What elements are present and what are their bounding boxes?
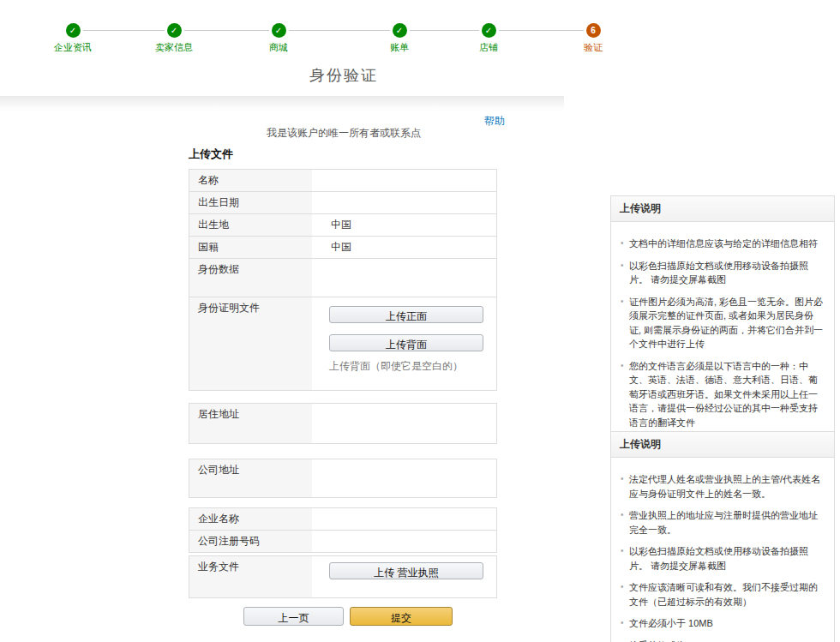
nationality-value[interactable]: 中国	[312, 237, 496, 258]
identity-data-value[interactable]	[312, 259, 496, 298]
birth-place-label: 出生地	[189, 214, 312, 236]
table-row: 名称	[189, 170, 496, 192]
stepper-step-label: 企业资讯	[34, 41, 111, 54]
company-address-value[interactable]	[312, 459, 496, 497]
instruction-item: 接受的格式为 *.png、*.tiff、*.tif、*.jpg、*.jpeg 和…	[620, 639, 824, 642]
stepper-step-label: 验证	[555, 41, 632, 54]
instruction-item: 法定代理人姓名或营业执照上的主管/代表姓名应与身份证明文件上的姓名一致。	[620, 472, 824, 501]
table-row: 出生地 中国	[189, 214, 496, 237]
submit-button[interactable]: 提交	[350, 607, 453, 626]
identity-data-label: 身份数据	[189, 259, 312, 298]
step-number-badge: 6	[586, 23, 601, 38]
table-row: 出生日期	[189, 192, 496, 214]
instruction-item: 证件图片必须为高清, 彩色且一览无余。图片必须展示完整的证件页面, 或者如果为居…	[620, 295, 824, 351]
birth-date-label: 出生日期	[189, 192, 312, 213]
panel-title: 上传说明	[611, 432, 834, 458]
business-document-content: 上传 营业执照	[312, 556, 496, 597]
panel-title: 上传说明	[611, 196, 834, 222]
previous-page-button[interactable]: 上一页	[243, 607, 344, 626]
stepper-step-label: 卖家信息	[135, 41, 213, 54]
instruction-item: 以彩色扫描原始文档或使用移动设备拍摄照片。 请勿提交屏幕截图	[620, 544, 824, 573]
stepper-step-label: 店铺	[450, 41, 527, 54]
name-label: 名称	[189, 170, 312, 191]
residence-address-label: 居住地址	[189, 404, 312, 443]
upload-back-note: 上传背面（即使它是空白的）	[329, 359, 496, 374]
personal-data-table: 名称 出生日期 出生地 中国 国籍 中国 身份数据	[189, 169, 497, 299]
upload-front-button[interactable]: 上传正面	[329, 306, 483, 323]
table-row: 身份数据	[189, 259, 496, 298]
instruction-item: 营业执照上的地址应与注册时提供的营业地址完全一致。	[620, 508, 824, 537]
company-info-table: 企业名称 公司注册号码	[189, 507, 497, 553]
business-document-label: 业务文件	[189, 556, 312, 597]
company-reg-number-label: 公司注册号码	[189, 531, 312, 552]
instruction-list: 法定代理人姓名或营业执照上的主管/代表姓名应与身份证明文件上的姓名一致。 营业执…	[620, 472, 824, 642]
registration-stepper: ✓ 企业资讯 ✓ 卖家信息 ✓ 商城 ✓ 账单 ✓ 店铺 6 验证	[0, 0, 840, 53]
check-icon: ✓	[393, 23, 407, 38]
name-value[interactable]	[312, 170, 496, 191]
owner-statement-text: 我是该账户的唯一所有者或联系点	[189, 126, 499, 141]
residence-address-value[interactable]	[312, 404, 496, 443]
page-title: 身份验证	[189, 65, 499, 86]
table-row: 企业名称	[189, 508, 496, 531]
identity-document-label: 身份证明文件	[189, 297, 312, 390]
identity-document-section: 身份证明文件 上传正面 上传背面 上传背面（即使它是空白的）	[189, 297, 497, 391]
instruction-item: 您的文件语言必须是以下语言中的一种：中文、英语、法语、德语、意大利语、日语、葡萄…	[620, 359, 824, 430]
stepper-step-label: 账单	[361, 41, 438, 54]
instruction-item: 文件应该清晰可读和有效。我们不接受过期的文件（已超过标示的有效期）	[620, 580, 824, 609]
upload-instructions-panel-business: 上传说明 法定代理人姓名或营业执照上的主管/代表姓名应与身份证明文件上的姓名一致…	[610, 431, 835, 642]
table-row: 国籍 中国	[189, 237, 496, 259]
check-icon: ✓	[167, 23, 182, 38]
stepper-step-billing[interactable]: ✓ 账单	[361, 23, 438, 54]
stepper-step-verification[interactable]: 6 验证	[555, 23, 632, 54]
table-row: 公司注册号码	[189, 531, 496, 552]
birth-place-value[interactable]: 中国	[312, 214, 496, 236]
company-address-section: 公司地址	[189, 459, 497, 498]
upload-files-heading: 上传文件	[189, 147, 233, 162]
instruction-item: 文档中的详细信息应该与给定的详细信息相符	[620, 237, 824, 251]
header-shadow-divider	[0, 96, 564, 111]
identity-document-content: 上传正面 上传背面 上传背面（即使它是空白的）	[312, 297, 496, 390]
check-icon: ✓	[66, 23, 81, 38]
stepper-step-seller-info[interactable]: ✓ 卖家信息	[135, 23, 213, 54]
company-address-label: 公司地址	[189, 459, 312, 497]
company-name-label: 企业名称	[189, 508, 312, 530]
company-reg-number-value[interactable]	[312, 531, 496, 552]
check-icon: ✓	[272, 23, 286, 38]
company-name-value[interactable]	[312, 508, 496, 530]
business-document-section: 业务文件 上传 营业执照	[189, 555, 497, 598]
nationality-label: 国籍	[189, 237, 312, 258]
upload-business-license-button[interactable]: 上传 营业执照	[329, 562, 483, 579]
instruction-item: 文件必须小于 10MB	[620, 616, 824, 631]
stepper-step-marketplace[interactable]: ✓ 商城	[240, 23, 317, 54]
stepper-step-label: 商城	[240, 41, 317, 54]
birth-date-value[interactable]	[312, 192, 496, 213]
panel-body: 法定代理人姓名或营业执照上的主管/代表姓名应与身份证明文件上的姓名一致。 营业执…	[611, 458, 834, 642]
stepper-step-company-info[interactable]: ✓ 企业资讯	[34, 23, 111, 54]
instruction-item: 以彩色扫描原始文档或使用移动设备拍摄照片。 请勿提交屏幕截图	[620, 259, 824, 287]
residence-address-section: 居住地址	[189, 403, 497, 444]
upload-back-button[interactable]: 上传背面	[329, 334, 483, 351]
check-icon: ✓	[482, 23, 496, 38]
stepper-step-store[interactable]: ✓ 店铺	[450, 23, 527, 54]
